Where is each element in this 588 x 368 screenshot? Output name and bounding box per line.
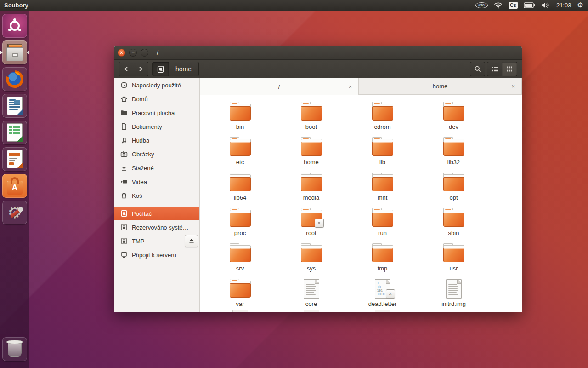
file-name-label: sbin <box>448 230 459 236</box>
window-toolbar: home <box>114 60 522 78</box>
sidebar-item-rezervov-no-syst-[interactable]: Rezervováno systé… <box>114 220 199 234</box>
file-icon-box <box>443 243 465 264</box>
wifi-indicator[interactable] <box>494 2 503 9</box>
sidebar-item-pracovn-plocha[interactable]: Pracovní plocha <box>114 106 199 120</box>
maximize-icon <box>143 52 146 54</box>
file-item-usr[interactable]: usr <box>418 241 489 276</box>
file-item-lib32[interactable]: lib32 <box>418 135 489 170</box>
sidebar-item-videa[interactable]: Videa <box>114 175 199 189</box>
file-item-tmp[interactable]: tmp <box>347 241 418 276</box>
unity-launcher: A⚙ <box>0 11 29 368</box>
forward-button[interactable] <box>133 62 148 76</box>
sidebar-item-hudba[interactable]: Hudba <box>114 133 199 147</box>
list-view-button[interactable] <box>487 62 502 76</box>
file-name-label: sys <box>307 265 316 272</box>
sidebar-item-obr-zky[interactable]: Obrázky <box>114 147 199 161</box>
sidebar-item-dokumenty[interactable]: Dokumenty <box>114 120 199 133</box>
pathbar-home-segment[interactable]: home <box>169 62 199 76</box>
sidebar-item-tmp[interactable]: TMP <box>114 234 199 248</box>
tab-home[interactable]: home× <box>359 78 522 95</box>
file-item-root[interactable]: ×root <box>276 206 347 241</box>
tab-close-button[interactable]: × <box>348 84 352 90</box>
sidebar-item-po-ta-[interactable]: Počítač <box>114 207 199 220</box>
file-name-label: bin <box>236 123 244 130</box>
launcher-item-system-settings[interactable]: ⚙ <box>2 201 27 224</box>
focused-app-arrow-icon <box>27 51 29 54</box>
file-item-lib[interactable]: lib <box>347 135 418 170</box>
sidebar-item-dom-[interactable]: Domů <box>114 92 199 106</box>
file-icon-box <box>229 208 251 229</box>
no-access-emblem-icon: × <box>386 289 395 299</box>
places-sidebar: Naposledy použitéDomůPracovní plochaDoku… <box>114 78 200 312</box>
search-button[interactable] <box>470 62 485 76</box>
text-file-icon <box>304 279 319 299</box>
file-item-sbin[interactable]: sbin <box>418 206 489 241</box>
battery-indicator[interactable] <box>524 2 535 8</box>
file-item-sys[interactable]: sys <box>276 241 347 276</box>
file-name-label: lib64 <box>234 194 246 201</box>
launcher-item-software-center[interactable]: A <box>2 174 27 198</box>
file-icon-box <box>229 137 251 158</box>
file-item-bin[interactable]: bin <box>204 99 276 135</box>
launcher-item-firefox[interactable] <box>2 67 27 91</box>
system-tray: intelCs21:03⚙ <box>475 2 588 9</box>
sidebar-item-p-ipojit-k-serveru[interactable]: Připojit k serveru <box>114 248 199 262</box>
file-item-run[interactable]: run <box>347 206 418 241</box>
file-item-dev[interactable]: dev <box>418 99 489 135</box>
file-item-srv[interactable]: srv <box>204 241 276 276</box>
file-item-boot[interactable]: boot <box>276 99 347 135</box>
launcher-item-libreoffice-impress[interactable] <box>2 147 27 171</box>
devices-group: PočítačRezervováno systé…TMPPřipojit k s… <box>114 207 199 262</box>
file-name-label: etc <box>236 159 244 166</box>
top-panel: Soubory intelCs21:03⚙ <box>0 0 588 11</box>
search-icon <box>474 65 481 73</box>
file-item-lib64[interactable]: lib64 <box>204 170 276 206</box>
session-indicator[interactable]: ⚙ <box>577 2 583 9</box>
launcher-item-libreoffice-calc[interactable] <box>2 121 27 144</box>
eject-button[interactable] <box>185 235 198 247</box>
file-name-label: srv <box>236 265 244 272</box>
file-icon-box <box>300 279 322 300</box>
pathbar-root-segment[interactable] <box>152 62 169 76</box>
file-name-label: lib <box>379 159 385 166</box>
file-icon-box <box>443 137 465 158</box>
clock[interactable]: 21:03 <box>556 2 571 9</box>
file-item-cdrom[interactable]: cdrom <box>347 99 418 135</box>
keyboard-layout-indicator[interactable]: Cs <box>509 2 518 9</box>
back-button[interactable] <box>119 62 134 76</box>
file-item-proc[interactable]: proc <box>204 206 276 241</box>
file-item-etc[interactable]: etc <box>204 135 276 170</box>
launcher-item-files-app[interactable] <box>2 40 27 64</box>
file-item-mnt[interactable]: mnt <box>347 170 418 206</box>
file-icon-box <box>300 137 322 158</box>
sidebar-item-naposledy-pou-it-[interactable]: Naposledy použité <box>114 78 199 92</box>
grid-view-button[interactable] <box>502 62 517 76</box>
window-minimize-button[interactable]: − <box>129 49 137 57</box>
volume-indicator[interactable] <box>541 2 550 9</box>
window-close-button[interactable]: × <box>118 49 125 57</box>
launcher-item-libreoffice-writer[interactable] <box>2 94 27 118</box>
file-item-initrd.img[interactable]: initrd.img <box>418 276 489 312</box>
file-name-label: run <box>378 230 387 236</box>
window-titlebar[interactable]: × − / <box>114 46 522 60</box>
launcher-item-ubuntu-dash[interactable] <box>2 14 27 38</box>
nautilus-window: × − / home <box>114 46 522 312</box>
file-item-var[interactable]: var <box>204 276 276 312</box>
window-maximize-button[interactable] <box>141 49 148 57</box>
sidebar-item-sta-en-[interactable]: Stažené <box>114 161 199 175</box>
sidebar-item-label: Domů <box>132 96 148 103</box>
tab-root[interactable]: /× <box>200 78 359 95</box>
file-item-core[interactable]: core <box>276 276 347 312</box>
file-icon-box <box>443 208 465 229</box>
sidebar-item-ko-[interactable]: Koš <box>114 189 199 202</box>
tab-close-button[interactable]: × <box>511 83 515 89</box>
intel-indicator[interactable]: intel <box>475 2 488 8</box>
file-item-home[interactable]: home <box>276 135 347 170</box>
file-item-dead.letter[interactable]: 1101011010×dead.letter <box>347 276 418 312</box>
launcher-item-trash[interactable] <box>2 337 27 361</box>
file-item-media[interactable]: media <box>276 170 347 206</box>
intel-logo: intel <box>475 2 488 8</box>
file-icon-box <box>300 172 322 194</box>
file-item-opt[interactable]: opt <box>418 170 489 206</box>
sidebar-item-label: TMP <box>132 238 144 245</box>
